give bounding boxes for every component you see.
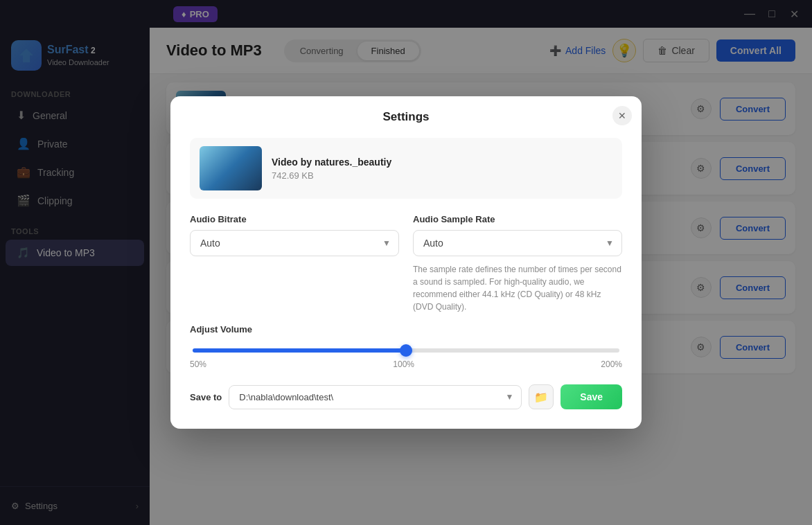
save-to-label: Save to: [190, 392, 222, 402]
app-window: ♦ PRO — □ ✕ SurFast 2 Video Downloader: [0, 0, 812, 525]
audio-sample-rate-select[interactable]: Auto 22.05 kHz 32 kHz 44.1 kHz 48 kHz 96…: [413, 230, 622, 256]
volume-200-label: 200%: [601, 359, 622, 369]
dialog-header: Settings ✕: [170, 96, 642, 124]
preview-file-size: 742.69 KB: [272, 170, 391, 181]
folder-browse-button[interactable]: 📁: [529, 384, 554, 409]
slider-container: [190, 343, 622, 355]
save-path-wrapper: D:\nabla\download\test\ ▼: [229, 385, 522, 409]
audio-bitrate-select[interactable]: Auto 32 Kbps 64 Kbps 128 Kbps 192 Kbps 2…: [190, 230, 399, 256]
slider-labels: 50% 100% 200%: [190, 359, 622, 369]
volume-100-label: 100%: [393, 359, 414, 369]
settings-dialog: Settings ✕ Video by natures._beautiy 742…: [170, 96, 642, 429]
save-path-select[interactable]: D:\nabla\download\test\: [229, 385, 522, 409]
volume-section: Adjust Volume 50% 100% 200%: [190, 324, 622, 369]
dialog-body: Video by natures._beautiy 742.69 KB Audi…: [170, 124, 642, 429]
audio-bitrate-field: Audio Bitrate Auto 32 Kbps 64 Kbps 128 K…: [190, 214, 399, 313]
modal-overlay: Settings ✕ Video by natures._beautiy 742…: [0, 0, 812, 525]
save-to-row: Save to D:\nabla\download\test\ ▼ 📁 Save: [190, 384, 622, 409]
volume-50-label: 50%: [190, 359, 206, 369]
dialog-title: Settings: [382, 110, 429, 123]
save-button[interactable]: Save: [561, 384, 622, 409]
folder-icon: 📁: [534, 391, 548, 404]
preview-file-name: Video by natures._beautiy: [272, 157, 391, 168]
preview-info: Video by natures._beautiy 742.69 KB: [272, 157, 391, 181]
sample-rate-note: The sample rate defines the number of ti…: [413, 263, 622, 313]
dialog-close-button[interactable]: ✕: [612, 106, 632, 125]
file-preview-strip: Video by natures._beautiy 742.69 KB: [190, 138, 622, 199]
audio-sample-rate-label: Audio Sample Rate: [413, 214, 622, 224]
adjust-volume-label: Adjust Volume: [190, 324, 622, 335]
audio-bitrate-label: Audio Bitrate: [190, 214, 399, 224]
audio-sample-rate-field: Audio Sample Rate Auto 22.05 kHz 32 kHz …: [413, 214, 622, 313]
audio-bitrate-select-wrapper: Auto 32 Kbps 64 Kbps 128 Kbps 192 Kbps 2…: [190, 230, 399, 256]
volume-slider[interactable]: [193, 348, 619, 353]
audio-settings-row: Audio Bitrate Auto 32 Kbps 64 Kbps 128 K…: [190, 214, 622, 313]
audio-sample-rate-select-wrapper: Auto 22.05 kHz 32 kHz 44.1 kHz 48 kHz 96…: [413, 230, 622, 256]
preview-thumbnail: [200, 146, 262, 190]
